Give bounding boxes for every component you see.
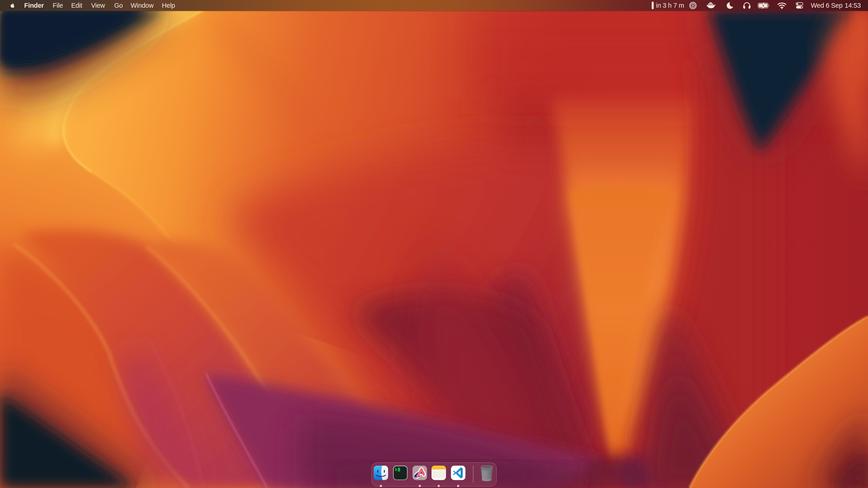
svg-text:$: $: [395, 467, 397, 472]
